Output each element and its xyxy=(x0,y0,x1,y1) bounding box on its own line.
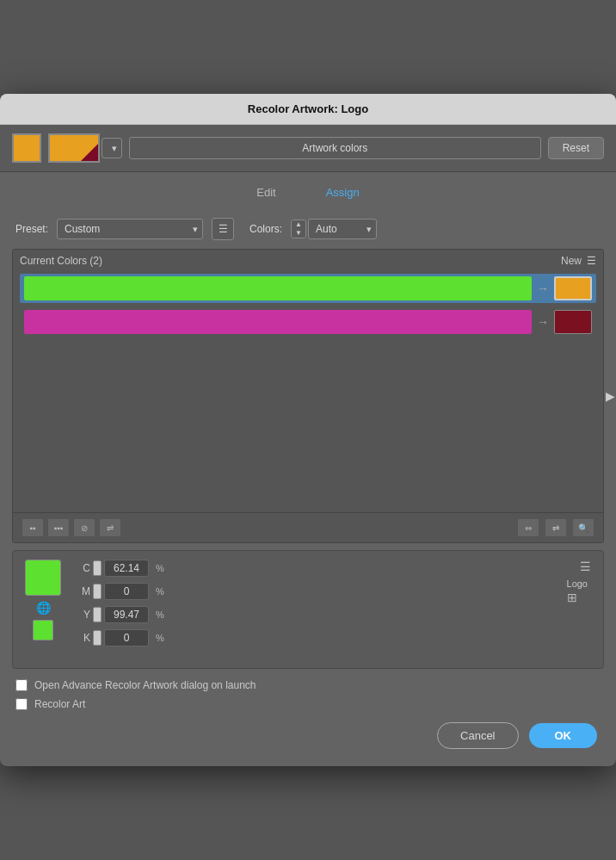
colors-label: Colors: xyxy=(249,223,282,235)
toolbar: Artwork colors Reset xyxy=(0,125,616,172)
recolor-art-label[interactable]: Recolor Art xyxy=(34,698,85,710)
preset-label: Preset: xyxy=(15,223,48,235)
tools-left: ▪▪ ▪▪▪ ⊘ ⇌ xyxy=(22,518,121,537)
color-row[interactable]: → xyxy=(20,307,596,337)
compare-icon[interactable]: ⇄ xyxy=(545,518,567,537)
current-color-bar-green xyxy=(24,276,532,300)
zoom-icon[interactable]: 🔍 xyxy=(572,518,594,537)
logo-grid-icon[interactable]: ⊞ xyxy=(567,591,591,604)
m-slider-row: M % xyxy=(78,583,168,600)
c-label: C xyxy=(78,562,90,574)
y-unit: % xyxy=(156,609,168,620)
cmyk-section: 🌐 C % xyxy=(12,550,604,669)
m-unit: % xyxy=(156,586,168,597)
checkbox-recolor-art: Recolor Art xyxy=(12,698,604,710)
artwork-colors-button[interactable]: Artwork colors xyxy=(129,137,541,159)
new-color-swatch-yellow[interactable] xyxy=(554,276,592,300)
y-value-input[interactable] xyxy=(104,606,149,623)
link-icon[interactable]: ⇌ xyxy=(99,518,121,537)
recolor-artwork-dialog: Recolor Artwork: Logo Artwork colors Res… xyxy=(0,94,616,766)
table-menu-icon[interactable]: ☰ xyxy=(587,255,596,267)
c-value-input[interactable] xyxy=(104,560,149,577)
cmyk-sliders: C % M xyxy=(78,560,168,653)
cmyk-right-panel: ☰ Logo ⊞ xyxy=(567,560,591,604)
k-slider-thumb[interactable] xyxy=(93,630,102,646)
checkbox-open-advance: Open Advance Recolor Artwork dialog on l… xyxy=(12,679,604,691)
empty-color-area xyxy=(13,340,603,512)
main-content: Preset: Custom ☰ Colors: ▲ ▼ Auto xyxy=(0,209,616,766)
preset-row: Preset: Custom ☰ Colors: ▲ ▼ Auto xyxy=(12,209,604,249)
open-advance-label[interactable]: Open Advance Recolor Artwork dialog on l… xyxy=(34,679,256,691)
slash-icon[interactable]: ⊘ xyxy=(73,518,95,537)
dialog-title: Recolor Artwork: Logo xyxy=(248,102,368,115)
columns-icon[interactable]: ▪▪ xyxy=(22,518,44,537)
cancel-button[interactable]: Cancel xyxy=(437,722,518,749)
m-slider-thumb[interactable] xyxy=(93,584,102,599)
current-color-bar-magenta xyxy=(24,310,532,334)
color-table: Current Colors (2) New ☰ → → xyxy=(12,249,604,543)
m-label: M xyxy=(78,585,90,597)
c-slider-row: C % xyxy=(78,560,168,577)
cmyk-color-swatch[interactable] xyxy=(25,560,61,596)
c-slider-thumb[interactable] xyxy=(93,560,102,576)
tab-assign[interactable]: Assign xyxy=(301,181,385,204)
tools-right: ⇔ ⇄ 🔍 xyxy=(517,518,594,537)
side-arrow[interactable]: ▶ xyxy=(606,389,615,403)
logo-label: Logo xyxy=(567,578,588,589)
preset-list-icon[interactable]: ☰ xyxy=(212,218,234,240)
colors-select[interactable]: Auto xyxy=(308,219,377,239)
k-unit: % xyxy=(156,633,168,643)
globe-icon: 🌐 xyxy=(36,601,51,615)
y-label: Y xyxy=(78,609,90,621)
cmyk-left-panel: 🌐 xyxy=(25,560,61,640)
y-slider-row: Y % xyxy=(78,606,168,623)
tab-edit[interactable]: Edit xyxy=(231,181,300,204)
color-table-header: Current Colors (2) New ☰ xyxy=(13,250,603,270)
bars-icon[interactable]: ▪▪▪ xyxy=(47,518,70,537)
title-bar: Recolor Artwork: Logo xyxy=(0,94,616,125)
m-value-input[interactable] xyxy=(104,583,149,600)
cmyk-menu-icon[interactable]: ☰ xyxy=(580,560,591,573)
k-value-input[interactable] xyxy=(104,629,149,647)
recolor-art-checkbox[interactable] xyxy=(15,698,28,710)
k-slider-row: K % xyxy=(78,629,168,647)
k-label: K xyxy=(78,632,90,644)
color-combo-swatch[interactable] xyxy=(48,133,100,163)
current-color-swatch[interactable] xyxy=(12,133,41,163)
color-row[interactable]: → xyxy=(20,274,596,303)
new-label: New xyxy=(561,255,582,267)
cmyk-header: 🌐 C % xyxy=(25,560,591,653)
current-colors-label: Current Colors (2) xyxy=(20,255,102,267)
open-advance-checkbox[interactable] xyxy=(15,679,28,691)
small-color-swatch[interactable] xyxy=(33,620,53,640)
stretch-icon[interactable]: ⇔ xyxy=(517,518,539,537)
footer-actions: Cancel OK xyxy=(12,717,604,754)
ok-button[interactable]: OK xyxy=(529,723,598,748)
colors-spinbox[interactable]: ▲ ▼ xyxy=(291,220,306,238)
color-table-toolbar: ▪▪ ▪▪▪ ⊘ ⇌ ⇔ ⇄ 🔍 xyxy=(13,512,603,542)
arrow-right-icon-2: → xyxy=(537,315,549,329)
swatch-dropdown[interactable] xyxy=(102,138,122,158)
reset-button[interactable]: Reset xyxy=(548,137,604,159)
color-rows: → → xyxy=(13,270,603,340)
c-unit: % xyxy=(156,563,168,573)
y-slider-thumb[interactable] xyxy=(93,607,102,622)
new-color-swatch-dark[interactable] xyxy=(554,310,592,334)
preset-select[interactable]: Custom xyxy=(57,219,203,239)
arrow-right-icon: → xyxy=(537,282,549,295)
tab-bar: Edit Assign xyxy=(0,172,616,209)
